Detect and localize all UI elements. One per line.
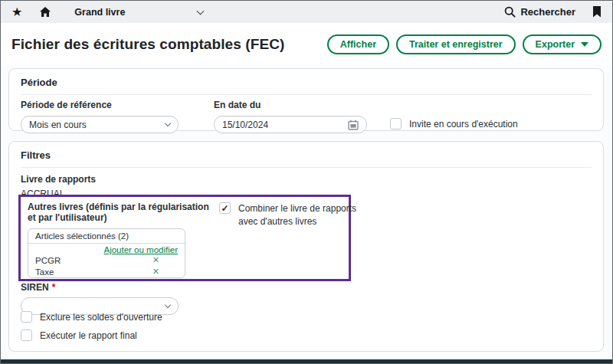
search-label: Rechercher: [520, 6, 575, 18]
en-date-du-value: 15/10/2024: [222, 120, 268, 130]
exclure-checkbox[interactable]: [21, 311, 32, 323]
article-item-label: PCGR: [35, 256, 61, 265]
exclure-checkbox-row[interactable]: Exclure les soldes d'ouverture: [21, 311, 162, 324]
chevron-down-icon: [165, 120, 171, 126]
page-title: Fichier des écritures comptables (FEC): [11, 36, 284, 53]
filtres-section: Filtres Livre de rapports ACCRUAL Autres…: [8, 141, 604, 352]
executer-checkbox-label: Exécuter le rapport final: [40, 330, 137, 343]
app-window: ★ Grand livre Rechercher: [0, 0, 613, 364]
bookmark-icon[interactable]: [592, 6, 602, 18]
home-icon[interactable]: [39, 6, 51, 18]
traiter-et-enregistrer-button[interactable]: Traiter et enregistrer: [396, 34, 516, 54]
search-button[interactable]: Rechercher: [504, 6, 575, 18]
search-icon: [504, 6, 516, 18]
en-date-du-input[interactable]: 15/10/2024: [214, 116, 367, 133]
autres-livres-highlight-box: Autres livres (définis par la régularisa…: [18, 195, 351, 281]
exporter-button[interactable]: Exporter: [523, 34, 602, 54]
articles-selectionnes-listbox: Articles sélectionnés (2) Ajouter ou mod…: [28, 228, 185, 278]
article-item-label: Taxe: [35, 267, 54, 277]
ajouter-ou-modifier-link[interactable]: Ajouter ou modifier: [103, 245, 178, 254]
list-item: PCGR ✕: [28, 254, 185, 266]
favorite-star-icon[interactable]: ★: [11, 6, 22, 18]
module-dropdown[interactable]: Grand livre: [74, 7, 203, 18]
top-navigation-bar: ★ Grand livre Rechercher: [1, 1, 612, 23]
combiner-checkbox-label: Combiner le livre de rapports avec d'aut…: [238, 202, 373, 229]
invite-checkbox-label: Invite en cours d'exécution: [409, 118, 518, 131]
filtres-heading: Filtres: [9, 142, 603, 167]
required-asterisk: *: [52, 282, 56, 293]
periode-reference-label: Période de référence: [21, 100, 179, 110]
module-dropdown-label: Grand livre: [74, 7, 125, 18]
chevron-down-icon: [165, 302, 171, 308]
invite-checkbox[interactable]: [390, 118, 402, 130]
exclure-checkbox-label: Exclure les soldes d'ouverture: [40, 311, 162, 324]
combiner-checkbox[interactable]: ✓: [219, 202, 231, 214]
periode-section: Période Période de référence Mois en cou…: [8, 68, 604, 131]
periode-heading: Période: [9, 69, 603, 94]
autres-livres-label: Autres livres (définis par la régularisa…: [28, 202, 219, 223]
en-date-du-label: En date du: [214, 100, 367, 110]
combiner-checkbox-row[interactable]: ✓ Combiner le livre de rapports avec d'a…: [219, 202, 373, 229]
chevron-down-icon: [197, 7, 205, 15]
close-icon[interactable]: ✕: [152, 255, 159, 265]
articles-selectionnes-header: Articles sélectionnés (2): [28, 229, 185, 244]
periode-reference-select[interactable]: Mois en cours: [21, 116, 179, 133]
page-header: Fichier des écritures comptables (FEC) A…: [1, 23, 612, 65]
calendar-icon: [348, 120, 359, 130]
executer-checkbox[interactable]: [21, 330, 32, 341]
livre-de-rapports-label: Livre de rapports: [21, 174, 592, 185]
close-icon[interactable]: ✕: [152, 267, 159, 277]
exporter-button-label: Exporter: [536, 39, 575, 50]
invite-checkbox-row[interactable]: Invite en cours d'exécution: [390, 118, 518, 131]
siren-label: SIREN: [21, 282, 49, 293]
traiter-button-label: Traiter et enregistrer: [409, 39, 503, 50]
afficher-button-label: Afficher: [340, 39, 376, 50]
executer-checkbox-row[interactable]: Exécuter le rapport final: [21, 330, 137, 343]
afficher-button[interactable]: Afficher: [327, 34, 389, 54]
periode-reference-value: Mois en cours: [29, 120, 87, 130]
list-item: Taxe ✕: [28, 266, 185, 277]
dropdown-caret-icon: [581, 42, 588, 47]
footer-bar: [1, 359, 612, 363]
